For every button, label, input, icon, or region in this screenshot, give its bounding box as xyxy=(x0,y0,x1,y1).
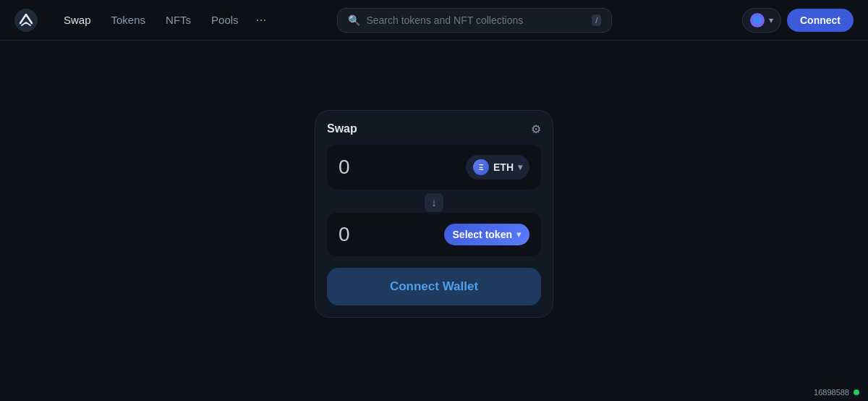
nav-right: 🌐 ▾ Connect xyxy=(742,8,854,33)
select-token-button[interactable]: Select token ▾ xyxy=(444,224,529,245)
connect-wallet-button[interactable]: Connect Wallet xyxy=(327,268,541,305)
swap-arrow-icon: ↓ xyxy=(432,197,437,208)
select-token-label: Select token xyxy=(453,229,512,240)
swap-card: Swap ⚙ 0 Ξ ETH ▾ ↓ 0 Select token ▾ xyxy=(315,110,553,318)
eth-icon: Ξ xyxy=(473,159,489,175)
logo xyxy=(14,9,38,32)
swap-direction-button[interactable]: ↓ xyxy=(422,191,446,214)
eth-label: ETH xyxy=(493,161,514,173)
status-bar: 16898588 xyxy=(814,388,859,397)
from-amount: 0 xyxy=(339,156,350,179)
settings-button[interactable]: ⚙ xyxy=(531,122,541,136)
search-icon: 🔍 xyxy=(348,14,360,26)
main-content: Swap ⚙ 0 Ξ ETH ▾ ↓ 0 Select token ▾ xyxy=(0,41,868,401)
svg-point-0 xyxy=(14,9,38,32)
eth-token-selector[interactable]: Ξ ETH ▾ xyxy=(466,155,529,180)
network-button[interactable]: 🌐 ▾ xyxy=(742,8,781,33)
navbar: Swap Tokens NFTs Pools ··· 🔍 / 🌐 ▾ Conne… xyxy=(0,0,868,41)
from-token-box: 0 Ξ ETH ▾ xyxy=(327,145,541,190)
connect-button[interactable]: Connect xyxy=(787,9,854,32)
select-token-chevron-icon: ▾ xyxy=(516,229,521,240)
swap-card-header: Swap ⚙ xyxy=(327,122,541,136)
nav-pools[interactable]: Pools xyxy=(203,9,247,30)
swap-arrow-wrapper: ↓ xyxy=(327,191,541,214)
nav-nfts[interactable]: NFTs xyxy=(157,9,200,30)
nav-more[interactable]: ··· xyxy=(250,8,273,32)
eth-chevron-icon: ▾ xyxy=(518,162,522,172)
to-token-box: 0 Select token ▾ xyxy=(327,213,541,256)
status-dot-icon xyxy=(854,389,859,395)
nav-links: Swap Tokens NFTs Pools ··· xyxy=(55,8,273,32)
block-number: 16898588 xyxy=(814,388,849,397)
search-slash-indicator: / xyxy=(592,14,601,26)
nav-swap[interactable]: Swap xyxy=(55,9,100,30)
search-bar: 🔍 / xyxy=(337,8,612,33)
network-icon: 🌐 xyxy=(750,13,765,28)
search-input[interactable] xyxy=(366,14,586,26)
nav-tokens[interactable]: Tokens xyxy=(103,9,155,30)
network-chevron-icon: ▾ xyxy=(769,15,773,25)
swap-card-title: Swap xyxy=(327,122,357,135)
to-amount: 0 xyxy=(339,223,350,246)
